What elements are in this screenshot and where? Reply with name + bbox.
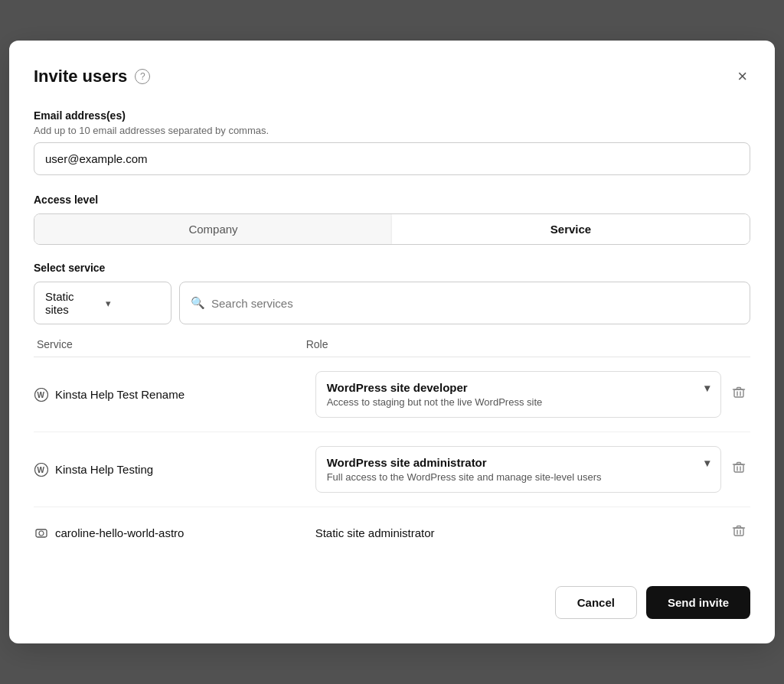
email-label: Email address(es): [34, 109, 750, 122]
table-row: W Kinsta Help Test Rename WordPress site…: [34, 357, 750, 432]
svg-rect-5: [734, 464, 743, 472]
svg-rect-2: [734, 389, 743, 397]
chevron-down-icon: ▾: [704, 457, 710, 469]
email-input[interactable]: [34, 142, 750, 175]
select-service-label: Select service: [34, 262, 750, 274]
modal-header: Invite users ? ×: [34, 65, 750, 88]
close-button[interactable]: ×: [734, 65, 750, 88]
cancel-button[interactable]: Cancel: [555, 586, 637, 619]
role-dropdown-1[interactable]: WordPress site developer ▾ Access to sta…: [315, 371, 721, 418]
service-label: Kinsta Help Testing: [55, 463, 153, 476]
access-level-group: Access level Company Service: [34, 194, 750, 245]
services-list: W Kinsta Help Test Rename WordPress site…: [34, 357, 750, 559]
role-name-1: WordPress site developer ▾: [327, 381, 710, 394]
search-box: 🔍: [179, 282, 750, 324]
help-icon[interactable]: ?: [135, 69, 150, 84]
chevron-down-icon: ▾: [106, 298, 160, 309]
col-header-role: Role: [306, 338, 750, 350]
service-dropdown[interactable]: Static sites ▾: [34, 282, 172, 324]
service-name-kinsta-test-rename: W Kinsta Help Test Rename: [34, 387, 306, 402]
delete-button-2[interactable]: [727, 458, 750, 481]
svg-point-7: [39, 531, 44, 536]
search-input[interactable]: [211, 297, 739, 310]
role-desc-1: Access to staging but not the live WordP…: [327, 396, 710, 408]
role-dropdown-2[interactable]: WordPress site administrator ▾ Full acce…: [315, 446, 721, 493]
table-row: caroline-hello-world-astro Static site a…: [34, 507, 750, 559]
search-icon: 🔍: [191, 296, 205, 310]
role-name-2: WordPress site administrator ▾: [327, 456, 710, 469]
svg-text:W: W: [38, 466, 45, 474]
tab-company[interactable]: Company: [34, 214, 392, 244]
role-desc-2: Full access to the WordPress site and ma…: [327, 471, 710, 483]
role-cell-1: WordPress site developer ▾ Access to sta…: [315, 371, 750, 418]
email-hint: Add up to 10 email addresses separated b…: [34, 125, 750, 136]
chevron-down-icon: ▾: [704, 382, 710, 394]
service-name-kinsta-testing: W Kinsta Help Testing: [34, 462, 306, 477]
service-controls: Static sites ▾ 🔍: [34, 282, 750, 324]
service-dropdown-value: Static sites: [45, 290, 100, 316]
modal-title: Invite users: [34, 67, 127, 86]
email-field-group: Email address(es) Add up to 10 email add…: [34, 109, 750, 194]
send-invite-button[interactable]: Send invite: [646, 586, 750, 619]
role-cell-2: WordPress site administrator ▾ Full acce…: [315, 446, 750, 493]
svg-rect-8: [734, 528, 743, 536]
select-service-group: Select service Static sites ▾ 🔍: [34, 262, 750, 324]
invite-users-modal: Invite users ? × Email address(es) Add u…: [9, 41, 775, 643]
delete-button-1[interactable]: [727, 383, 750, 406]
modal-footer: Cancel Send invite: [34, 580, 750, 619]
table-row: W Kinsta Help Testing WordPress site adm…: [34, 432, 750, 507]
wordpress-icon: W: [34, 387, 49, 402]
delete-button-3[interactable]: [727, 521, 750, 545]
svg-text:W: W: [38, 391, 45, 399]
service-label: Kinsta Help Test Rename: [55, 388, 185, 401]
col-header-service: Service: [34, 338, 306, 350]
static-site-icon: [34, 526, 49, 541]
modal-overlay: Invite users ? × Email address(es) Add u…: [0, 0, 784, 684]
modal-title-row: Invite users ?: [34, 67, 150, 86]
role-cell-3: Static site administrator: [315, 521, 750, 545]
access-level-toggle: Company Service: [34, 213, 750, 245]
service-name-caroline: caroline-hello-world-astro: [34, 526, 306, 541]
service-label: caroline-hello-world-astro: [55, 526, 184, 539]
static-role: Static site administrator: [315, 526, 721, 540]
table-header: Service Role: [34, 338, 750, 357]
access-level-label: Access level: [34, 194, 750, 206]
wordpress-icon: W: [34, 462, 49, 477]
tab-service[interactable]: Service: [392, 214, 750, 244]
